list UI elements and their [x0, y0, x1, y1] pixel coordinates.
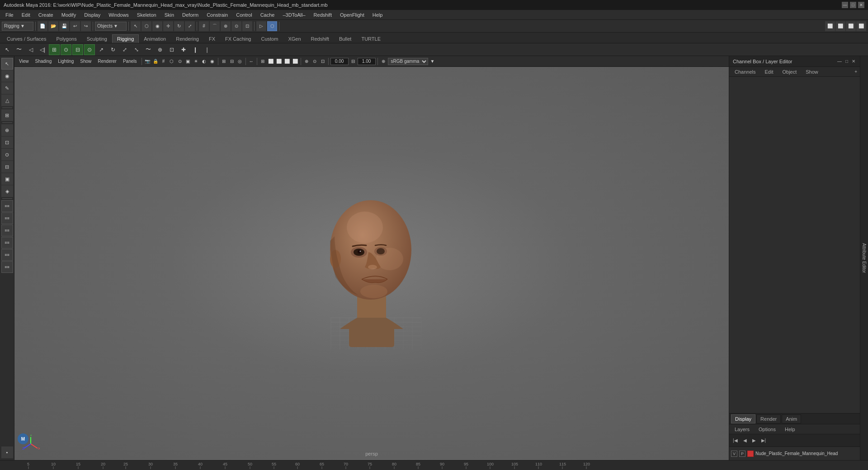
tab-redshift[interactable]: Redshift	[306, 34, 334, 43]
lighting-menu[interactable]: Lighting	[55, 58, 76, 64]
vp-arr2[interactable]: ⬜	[267, 58, 274, 65]
attribute-editor-tab[interactable]: Attribute Editor	[860, 56, 868, 460]
ik-tool[interactable]: ⊕	[155, 44, 165, 55]
menu-display[interactable]: Display	[80, 11, 104, 19]
cb-close-btn[interactable]: ✕	[851, 59, 856, 64]
color-profile-dropdown[interactable]: sRGB gamma Linear	[388, 58, 428, 65]
scale-tool[interactable]: ⤢	[119, 44, 130, 55]
soft-mod-tool[interactable]: 〜	[143, 44, 154, 55]
vp-shaded-icon[interactable]: ⊙	[176, 58, 184, 65]
paint-btn[interactable]: ◉	[152, 21, 162, 31]
tool4[interactable]: ⊟	[1, 161, 13, 173]
menu-constrain[interactable]: Constrain	[203, 11, 231, 19]
panels-menu[interactable]: Panels	[120, 58, 140, 64]
tab-fx[interactable]: FX	[204, 34, 220, 43]
new-scene-btn[interactable]: 📄	[38, 21, 47, 31]
save-scene-btn[interactable]: 💾	[59, 21, 69, 31]
vp-opt3[interactable]: ⊡	[319, 58, 326, 65]
tab-rigging[interactable]: Rigging	[112, 34, 139, 43]
menu-deform[interactable]: Deform	[179, 11, 202, 19]
layer-btn5[interactable]: ≡≡	[1, 249, 13, 261]
show-menu[interactable]: Show	[77, 58, 94, 64]
cb-minimize-btn[interactable]: —	[836, 59, 843, 64]
tab-polygons[interactable]: Polygons	[51, 34, 81, 43]
layer-visibility-btn[interactable]: V	[731, 451, 737, 457]
tool1[interactable]: ⊕	[1, 124, 13, 136]
layer-ctrl-next-next[interactable]: ▶|	[760, 438, 768, 443]
view-menu[interactable]: View	[16, 58, 32, 64]
lasso-tool[interactable]: 〜	[14, 44, 24, 55]
tab-turtle[interactable]: TURTLE	[356, 34, 386, 43]
layer-btn3[interactable]: ≡≡	[1, 225, 13, 236]
vp-arr1[interactable]: ⊞	[259, 58, 266, 65]
select-btn[interactable]: ↖	[131, 21, 141, 31]
cb-float-btn[interactable]: □	[844, 59, 849, 64]
artisan-btn[interactable]: ✎	[1, 82, 13, 94]
tab-rendering[interactable]: Rendering	[171, 34, 204, 43]
snap-surface-btn[interactable]: ⊙	[231, 21, 241, 31]
tab-bullet[interactable]: Bullet	[334, 34, 357, 43]
gamma-input[interactable]	[358, 58, 376, 65]
tab-object[interactable]: Object	[778, 68, 800, 75]
right-tb-btn4[interactable]: ⬜	[856, 21, 866, 31]
plus-icon[interactable]: ✚	[178, 44, 189, 55]
tab-layers[interactable]: Layers	[731, 426, 753, 433]
cb-add-btn[interactable]: +	[854, 69, 858, 74]
layer-color-swatch[interactable]	[747, 451, 754, 457]
tool6[interactable]: ◈	[1, 185, 13, 197]
menu-windows[interactable]: Windows	[105, 11, 132, 19]
undo-btn[interactable]: ↩	[70, 21, 80, 31]
menu-3dtoall[interactable]: –3DToAll–	[279, 11, 309, 19]
vp-lock-icon[interactable]: 🔒	[152, 58, 159, 65]
layer-ctrl-prev-prev[interactable]: |◀	[731, 438, 740, 443]
lasso-btn[interactable]: ⬡	[142, 21, 151, 31]
tab-channels[interactable]: Channels	[731, 68, 759, 75]
soft-select-tool[interactable]: ◁|	[37, 44, 48, 55]
menu-skeleton[interactable]: Skeleton	[133, 11, 160, 19]
tab-options[interactable]: Options	[755, 426, 779, 433]
universal-tool[interactable]: ⤡	[131, 44, 142, 55]
vp-textured-icon[interactable]: ▣	[184, 58, 192, 65]
quick-layout-btn[interactable]: ⊞	[1, 109, 13, 121]
vp-wire-icon[interactable]: ⬡	[168, 58, 175, 65]
vp-ao-icon[interactable]: ◉	[209, 58, 216, 65]
snap-point-btn[interactable]: ⊕	[221, 21, 231, 31]
move-tool[interactable]: ↗	[96, 44, 107, 55]
move-btn[interactable]: ✛	[163, 21, 173, 31]
render-btn[interactable]: ▷	[256, 21, 266, 31]
layer-playback-btn[interactable]: P	[739, 451, 745, 457]
vp-cam-icon[interactable]: 📷	[144, 58, 151, 65]
menu-control[interactable]: Control	[232, 11, 255, 19]
vp-iso-icon[interactable]: ↔	[248, 58, 255, 65]
redo-btn[interactable]: ↪	[81, 21, 91, 31]
maximize-button[interactable]: □	[850, 2, 856, 8]
tool-box[interactable]: ⊞	[49, 44, 60, 55]
rotate-btn[interactable]: ↻	[174, 21, 184, 31]
tool3[interactable]: ⊙	[1, 149, 13, 160]
tab-help[interactable]: Help	[781, 426, 799, 433]
menu-redshift[interactable]: Redshift	[310, 11, 335, 19]
vp-arr3[interactable]: ⬜	[275, 58, 283, 65]
paint-select-tool[interactable]: ◁	[25, 44, 36, 55]
layer-ctrl-next[interactable]: ▶	[750, 438, 758, 443]
vp-shadow-icon[interactable]: ◐	[201, 58, 208, 65]
vp-grid-icon[interactable]: #	[160, 58, 167, 65]
rotate-tool[interactable]: ↻	[108, 44, 118, 55]
renderer-menu[interactable]: Renderer	[95, 58, 119, 64]
menu-cache[interactable]: Cache	[257, 11, 278, 19]
custom-tool1[interactable]: ⊟	[72, 44, 83, 55]
exposure-input[interactable]	[330, 58, 349, 65]
right-tb-btn2[interactable]: ⬜	[835, 21, 845, 31]
objects-dropdown[interactable]: Objects ▼	[95, 22, 127, 31]
menu-file[interactable]: File	[2, 11, 17, 19]
show-manipulator[interactable]: ⊙	[61, 44, 71, 55]
minimize-button[interactable]: —	[842, 2, 848, 8]
shading-menu[interactable]: Shading	[33, 58, 55, 64]
pipe-icon[interactable]: |	[202, 44, 212, 55]
menu-help[interactable]: Help	[369, 11, 387, 19]
layer-btn6[interactable]: ≡≡	[1, 261, 13, 273]
select-tool[interactable]: ↖	[2, 44, 13, 55]
menu-edit[interactable]: Edit	[18, 11, 34, 19]
menu-modify[interactable]: Modify	[58, 11, 80, 19]
mode-dropdown[interactable]: Rigging ▼	[2, 22, 33, 31]
